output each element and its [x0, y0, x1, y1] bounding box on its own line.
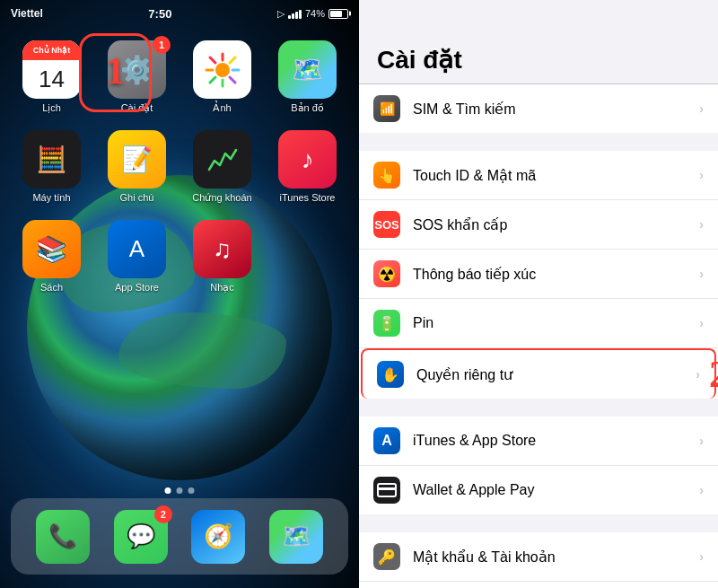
- music-label: Nhạc: [210, 282, 234, 294]
- photos-icon: [193, 40, 251, 99]
- app-books[interactable]: 📚 Sách: [13, 220, 90, 294]
- row-privacy[interactable]: ✋ Quyền riêng tư › 2: [361, 348, 716, 399]
- battery-fill: [330, 11, 342, 17]
- sep-2: [359, 399, 718, 417]
- dock-maps-icon: 🗺️: [269, 510, 323, 564]
- itunes-store-label: iTunes & App Store: [413, 433, 699, 449]
- calculator-icon: 🧮: [22, 130, 81, 189]
- dock: 📞 💬 2 🧭 🗺️: [11, 498, 348, 575]
- calendar-icon: Chủ Nhật 14: [22, 40, 81, 99]
- settings-panel: Cài đặt 📶 SIM & Tìm kiếm › 👆 Touch ID & …: [359, 0, 718, 588]
- battery-label: Pin: [413, 315, 699, 331]
- itunes-chevron: ›: [699, 434, 704, 448]
- wallet-icon: [373, 477, 400, 504]
- app-maps[interactable]: 🗺️ Bản đồ: [269, 40, 346, 114]
- row-wallet[interactable]: Wallet & Apple Pay ›: [359, 466, 718, 514]
- svg-line-8: [210, 77, 215, 83]
- maps-label: Bản đồ: [291, 102, 324, 114]
- messages-icon: 💬 2: [114, 510, 168, 564]
- signal-bar-2: [292, 13, 294, 19]
- calendar-day: Chủ Nhật: [22, 40, 81, 60]
- itunes-row-icon: A: [373, 427, 400, 454]
- page-dots: [165, 487, 195, 494]
- app-itunes[interactable]: ♪ iTunes Store: [269, 130, 346, 204]
- dot-2: [177, 487, 183, 494]
- signal-bars: [288, 8, 302, 19]
- row-touch-id[interactable]: 👆 Touch ID & Mật mã ›: [359, 151, 718, 200]
- sep-3: [359, 514, 718, 532]
- notes-icon: 📝: [108, 130, 166, 189]
- touch-id-icon: 👆: [373, 162, 400, 189]
- section-security: 👆 Touch ID & Mật mã › SOS SOS khẩn cấp ›…: [359, 151, 718, 399]
- svg-line-7: [230, 57, 235, 63]
- dock-maps[interactable]: 🗺️: [269, 510, 323, 564]
- section-itunes-wallet: A iTunes & App Store › Wallet & Apple Pa…: [359, 417, 718, 514]
- password-chevron: ›: [699, 549, 704, 564]
- settings-list: 📶 SIM & Tìm kiếm › 👆 Touch ID & Mật mã ›…: [359, 84, 718, 588]
- notes-label: Ghi chú: [120, 192, 154, 203]
- section-accounts: 🔑 Mật khẩu & Tài khoản › ✉️ Mail › 👤 Dan…: [359, 532, 718, 588]
- app-notes[interactable]: 📝 Ghi chú: [99, 130, 175, 204]
- itunes-icon: ♪: [278, 130, 337, 189]
- photos-label: Ảnh: [213, 102, 231, 114]
- app-grid: Chủ Nhật 14 Lịch ⚙️ 1 Cài đặt: [13, 40, 346, 294]
- battery-row-icon: 🔋: [373, 310, 400, 337]
- sep-1: [359, 133, 718, 151]
- touch-id-chevron: ›: [699, 168, 704, 182]
- signal-bar-3: [295, 12, 298, 19]
- dock-phone[interactable]: 📞: [36, 510, 90, 564]
- music-icon: ♫: [193, 220, 251, 278]
- privacy-icon: ✋: [377, 361, 404, 388]
- app-calculator[interactable]: 🧮 Máy tính: [13, 130, 90, 204]
- sim-chevron: ›: [699, 101, 704, 116]
- phone-screen: Viettel 7:50 ▷ 74% 1: [0, 0, 359, 588]
- sim-icon: 📶: [373, 95, 400, 122]
- battery-chevron: ›: [699, 316, 704, 330]
- location-icon: ▷: [277, 8, 285, 20]
- status-right: ▷ 74%: [277, 8, 348, 20]
- row-battery[interactable]: 🔋 Pin ›: [359, 299, 718, 348]
- calendar-label: Lịch: [42, 102, 61, 114]
- row-sos[interactable]: SOS SOS khẩn cấp ›: [359, 200, 718, 250]
- settings-title: Cài đặt: [377, 46, 462, 74]
- stocks-label: Chứng khoán: [192, 192, 251, 204]
- dot-3: [188, 487, 195, 494]
- itunes-label: iTunes Store: [280, 192, 336, 203]
- app-stocks[interactable]: Chứng khoán: [184, 130, 260, 204]
- status-bar: Viettel 7:50 ▷ 74%: [0, 0, 359, 27]
- row-password[interactable]: 🔑 Mật khẩu & Tài khoản ›: [359, 532, 718, 582]
- row-sim-search[interactable]: 📶 SIM & Tìm kiếm ›: [359, 84, 718, 133]
- sos-chevron: ›: [699, 217, 704, 232]
- app-photos[interactable]: Ảnh: [184, 40, 260, 114]
- svg-line-6: [230, 77, 235, 83]
- maps-icon: 🗺️: [278, 40, 337, 99]
- dock-safari[interactable]: 🧭: [191, 510, 245, 564]
- sos-label: SOS khẩn cấp: [413, 216, 699, 233]
- annotation-2: 2: [709, 353, 718, 396]
- exposure-icon: ☢️: [373, 260, 400, 287]
- time-label: 7:50: [148, 7, 171, 21]
- wallet-label: Wallet & Apple Pay: [413, 482, 699, 498]
- app-appstore[interactable]: A App Store: [99, 220, 175, 294]
- wallet-shape: [377, 483, 397, 497]
- row-itunes-store[interactable]: A iTunes & App Store ›: [359, 417, 718, 466]
- appstore-icon: A: [108, 220, 166, 278]
- exposure-chevron: ›: [699, 267, 704, 281]
- signal-bar-4: [299, 10, 302, 19]
- row-mail[interactable]: ✉️ Mail ›: [359, 582, 718, 588]
- books-icon: 📚: [22, 220, 81, 278]
- books-label: Sách: [40, 282, 63, 293]
- svg-point-0: [215, 63, 230, 77]
- battery-percent: 74%: [305, 8, 325, 19]
- password-icon: 🔑: [373, 543, 400, 570]
- privacy-label: Quyền riêng tư: [416, 366, 696, 383]
- app-music[interactable]: ♫ Nhạc: [184, 220, 260, 294]
- signal-bar-1: [288, 15, 291, 19]
- row-exposure[interactable]: ☢️ Thông báo tiếp xúc ›: [359, 250, 718, 299]
- appstore-label: App Store: [115, 282, 159, 293]
- battery-icon: [328, 9, 348, 19]
- dock-messages[interactable]: 💬 2: [114, 510, 168, 564]
- settings-badge: 1: [153, 36, 171, 54]
- safari-icon: 🧭: [191, 510, 245, 564]
- svg-line-5: [210, 57, 215, 63]
